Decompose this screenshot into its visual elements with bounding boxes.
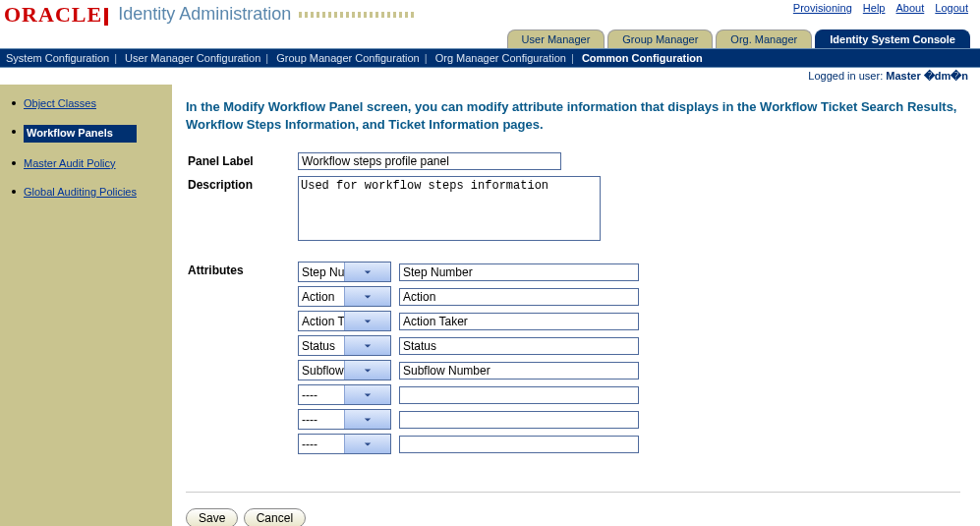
about-link[interactable]: About [896, 2, 925, 14]
description-textarea[interactable]: Used for workflow steps information [298, 176, 601, 241]
attribute-row: Subflow Number [298, 360, 958, 380]
primary-tabs: User Manager Group Manager Org. Manager … [0, 29, 980, 48]
attribute-text-input[interactable] [399, 263, 639, 281]
attribute-select[interactable]: Status [298, 335, 391, 356]
chevron-down-icon [344, 385, 390, 404]
attribute-select[interactable]: Subflow Number [298, 360, 391, 380]
subnav-user[interactable]: User Manager Configuration [125, 52, 260, 64]
cancel-button[interactable]: Cancel [244, 508, 306, 526]
chevron-down-icon [344, 435, 390, 453]
subnav-common[interactable]: Common Configuration [582, 52, 703, 64]
attribute-select[interactable]: ---- [298, 409, 391, 430]
sidebar: Object Classes Workflow Panels Master Au… [0, 85, 172, 526]
panel-label-input[interactable] [298, 152, 561, 170]
sidebar-item-master-audit[interactable]: Master Audit Policy [12, 156, 172, 171]
save-button[interactable]: Save [186, 508, 238, 526]
attribute-select[interactable]: ---- [298, 384, 391, 405]
top-links: Provisioning Help About Logout [785, 2, 980, 14]
attributes-label: Attributes [188, 262, 296, 462]
chevron-down-icon [344, 263, 390, 281]
chevron-down-icon [344, 312, 390, 330]
attribute-text-input[interactable] [399, 337, 639, 355]
sidebar-item-workflow-panels[interactable]: Workflow Panels [12, 125, 172, 142]
attribute-text-input[interactable] [399, 313, 639, 330]
app-title: Identity Administration [118, 2, 291, 25]
chevron-down-icon [344, 410, 390, 429]
attribute-row: ---- [298, 409, 958, 430]
chevron-down-icon [344, 336, 390, 355]
sidebar-item-object-classes[interactable]: Object Classes [12, 96, 172, 111]
attribute-select[interactable]: Step Number [298, 262, 391, 282]
sub-nav: System Configuration| User Manager Confi… [0, 48, 980, 68]
attribute-row: Action Taker [298, 311, 958, 331]
attribute-row: Action [298, 286, 958, 307]
chevron-down-icon [344, 361, 390, 380]
attribute-row: Status [298, 335, 958, 356]
chevron-down-icon [344, 287, 390, 306]
attribute-row: Step Number [298, 262, 958, 282]
logout-link[interactable]: Logout [935, 2, 968, 14]
logged-in-status: Logged in user: Master �dm�n [0, 68, 980, 85]
attribute-select[interactable]: Action Taker [298, 311, 391, 331]
sidebar-item-global-auditing[interactable]: Global Auditing Policies [12, 185, 172, 200]
attribute-select[interactable]: Action [298, 286, 391, 307]
page-intro: In the Modify Workflow Panel screen, you… [186, 98, 960, 133]
oracle-logo: ORACLE [4, 2, 108, 28]
tab-group-manager[interactable]: Group Manager [607, 29, 713, 48]
tab-identity-console[interactable]: Identity System Console [815, 29, 970, 48]
panel-label-label: Panel Label [188, 152, 296, 174]
attribute-select[interactable]: ---- [298, 434, 391, 454]
description-label: Description [188, 176, 296, 248]
attribute-text-input[interactable] [399, 362, 639, 380]
attribute-row: ---- [298, 384, 958, 405]
attribute-text-input[interactable] [399, 436, 639, 453]
attribute-row: ---- [298, 434, 958, 454]
tab-user-manager[interactable]: User Manager [507, 29, 605, 48]
tab-org-manager[interactable]: Org. Manager [716, 29, 812, 48]
help-link[interactable]: Help [863, 2, 886, 14]
provisioning-link[interactable]: Provisioning [793, 2, 852, 14]
subnav-org[interactable]: Org Manager Configuration [435, 52, 566, 64]
attribute-text-input[interactable] [399, 411, 639, 429]
subnav-system[interactable]: System Configuration [6, 52, 109, 64]
main-content: In the Modify Workflow Panel screen, you… [172, 85, 980, 526]
attribute-text-input[interactable] [399, 386, 639, 404]
attribute-text-input[interactable] [399, 288, 639, 306]
decorative-stripe [299, 12, 417, 18]
subnav-group[interactable]: Group Manager Configuration [276, 52, 420, 64]
divider [186, 492, 960, 493]
header: ORACLE Identity Administration Provision… [0, 0, 980, 28]
